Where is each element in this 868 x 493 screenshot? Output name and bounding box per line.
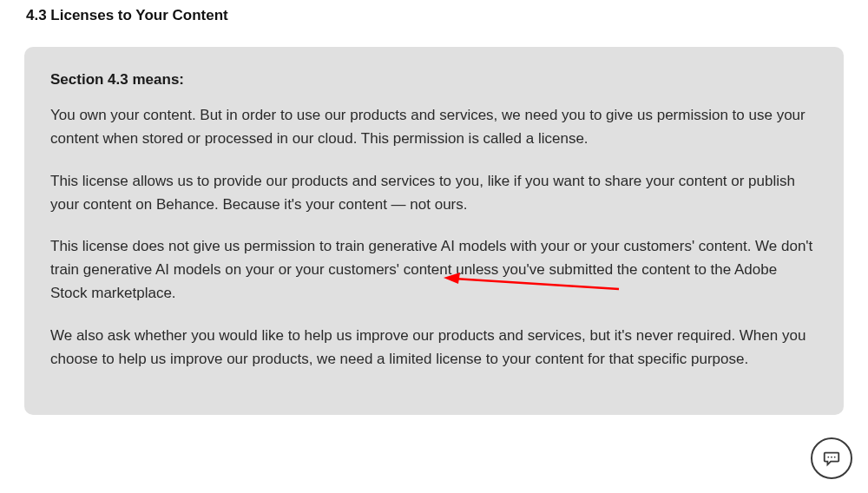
svg-point-3 [831, 457, 832, 458]
callout-title: Section 4.3 means: [50, 71, 818, 89]
callout-paragraph: We also ask whether you would like to he… [50, 325, 818, 371]
svg-point-2 [827, 457, 829, 458]
section-heading: 4.3 Licenses to Your Content [24, 7, 844, 24]
explanation-callout: Section 4.3 means: You own your content.… [24, 47, 844, 415]
svg-point-4 [834, 457, 836, 458]
chat-icon [822, 449, 841, 468]
callout-paragraph: This license allows us to provide our pr… [50, 170, 818, 217]
chat-button[interactable] [811, 437, 852, 479]
callout-paragraph: This license does not give us permission… [50, 235, 818, 306]
callout-paragraph: You own your content. But in order to us… [50, 104, 818, 151]
document-page: 4.3 Licenses to Your Content Section 4.3… [0, 0, 868, 415]
